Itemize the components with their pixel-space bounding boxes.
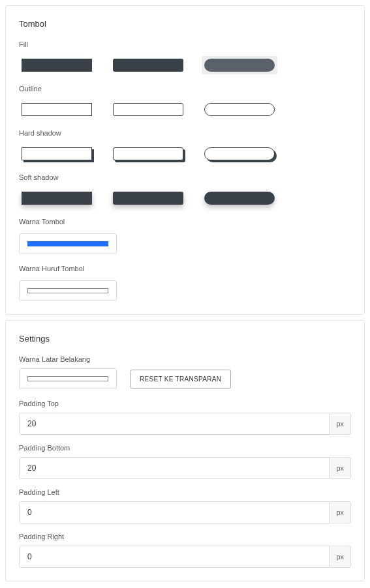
tombol-panel-title: Tombol [19,19,351,29]
padding-right-label: Padding Right [19,533,351,540]
fill-style-pill[interactable] [202,56,277,74]
softshadow-style-pill[interactable] [202,189,277,207]
padding-bottom-unit: px [330,457,351,479]
softshadow-row [19,189,351,207]
softshadow-label: Soft shadow [19,173,351,181]
padding-top-input[interactable] [19,413,330,435]
padding-left-unit: px [330,501,351,523]
padding-top-label: Padding Top [19,400,351,407]
fill-style-square[interactable] [19,56,95,74]
settings-panel-title: Settings [19,334,351,344]
padding-right-unit: px [330,546,351,568]
reset-transparent-button[interactable]: RESET KE TRANSPARAN [130,370,231,389]
settings-panel: Settings Warna Latar Belakang RESET KE T… [5,320,365,581]
fill-label: Fill [19,40,351,48]
padding-left-label: Padding Left [19,488,351,496]
warna-huruf-picker[interactable] [19,280,117,301]
outline-row [19,100,351,119]
warna-huruf-swatch [27,288,108,293]
outline-label: Outline [19,85,351,93]
hardshadow-style-square[interactable] [19,145,95,163]
hardshadow-label: Hard shadow [19,129,351,137]
padding-bottom-label: Padding Bottom [19,444,351,452]
warna-latar-picker[interactable] [19,368,117,389]
warna-tombol-swatch [27,241,108,246]
softshadow-style-rounded[interactable] [110,189,186,207]
fill-row [19,56,351,74]
padding-left-input[interactable] [19,501,330,523]
warna-latar-label: Warna Latar Belakang [19,355,351,363]
padding-bottom-input[interactable] [19,457,330,479]
warna-tombol-label: Warna Tombol [19,218,351,226]
outline-style-square[interactable] [19,100,95,119]
hardshadow-row [19,145,351,163]
fill-style-rounded[interactable] [110,56,186,74]
hardshadow-style-rounded[interactable] [110,145,186,163]
padding-right-input[interactable] [19,546,330,568]
warna-tombol-picker[interactable] [19,233,117,254]
outline-style-pill[interactable] [202,100,277,119]
tombol-panel: Tombol Fill Outline Hard shadow Soft sha… [5,5,365,315]
hardshadow-style-pill[interactable] [202,145,277,163]
softshadow-style-square[interactable] [19,189,95,207]
outline-style-rounded[interactable] [110,100,186,119]
padding-top-unit: px [330,413,351,435]
warna-latar-swatch [27,376,108,381]
warna-huruf-label: Warna Huruf Tombol [19,265,351,272]
